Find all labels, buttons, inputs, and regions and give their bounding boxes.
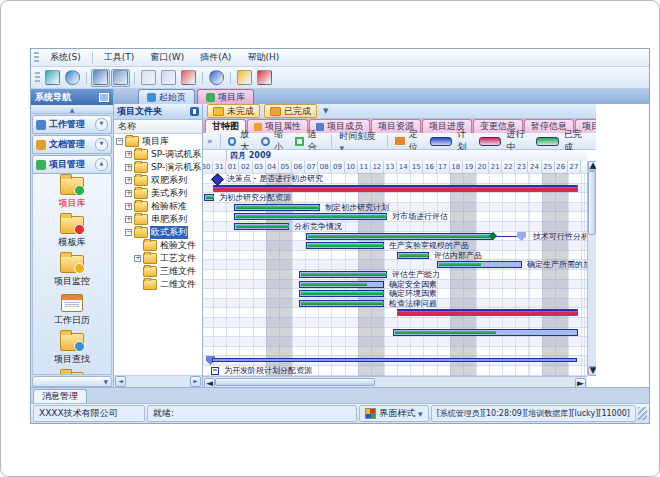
tree-item-项目库[interactable]: −项目库 — [114, 135, 202, 148]
vscroll-thumb[interactable] — [588, 171, 596, 235]
task-bar-11[interactable] — [299, 281, 384, 288]
tree-column-header[interactable]: 名称 — [114, 120, 202, 134]
ui-style-icon — [365, 408, 376, 419]
gantt-vscrollbar[interactable]: ▲ ▼ — [587, 161, 596, 376]
tree-item-检验标准[interactable]: +检验标准 — [114, 200, 202, 213]
sidebar-item-任务查找[interactable]: 任务查找 — [33, 372, 111, 375]
sidebar-group-文档管理[interactable]: 文档管理▼ — [32, 135, 112, 154]
message-management-tab[interactable]: 消息管理 — [33, 389, 87, 403]
sidebar-bottom-group-sliver[interactable]: ▼ — [32, 376, 112, 387]
fit-icon[interactable] — [295, 137, 304, 146]
tree-item-检验文件[interactable]: 检验文件 — [114, 239, 202, 252]
summary-bar-14[interactable] — [397, 309, 578, 316]
menu-item-1[interactable]: 工具(T) — [96, 50, 143, 65]
tree-item-SP-演示机系[interactable]: +SP-演示机系 — [114, 161, 202, 174]
filter-button-已完成[interactable]: 已完成 — [264, 104, 317, 118]
hscroll-thumb[interactable] — [215, 378, 375, 386]
expand-icon[interactable]: + — [134, 255, 141, 262]
sidebar-item-项目查找[interactable]: 项目查找 — [33, 333, 111, 366]
chevron-icon[interactable]: ▼ — [95, 118, 108, 131]
pin-icon[interactable] — [190, 107, 199, 116]
doc-tab-起始页[interactable]: 起始页 — [138, 89, 195, 104]
task-bar-4[interactable] — [234, 213, 387, 220]
mail-button[interactable] — [139, 69, 158, 87]
help-button[interactable] — [207, 69, 226, 87]
power-button[interactable] — [255, 69, 274, 87]
assign-box-icon[interactable] — [211, 367, 219, 375]
tree-item-SP-调试机系[interactable]: +SP-调试机系 — [114, 148, 202, 161]
task-bar-3[interactable] — [234, 204, 320, 211]
sidebar-item-模板库[interactable]: 模板库 — [33, 216, 111, 249]
folder-send-button[interactable] — [111, 69, 130, 87]
tree-item-二维文件[interactable]: 二维文件 — [114, 278, 202, 291]
expand-icon[interactable]: + — [125, 177, 132, 184]
tree-item-双肥系列[interactable]: +双肥系列 — [114, 174, 202, 187]
zoom-in-icon[interactable] — [228, 137, 237, 146]
zoom-out-icon[interactable] — [261, 137, 270, 146]
locate-icon[interactable] — [395, 137, 404, 145]
task-bar-13[interactable] — [299, 300, 384, 307]
sidebar-collapse-strip[interactable]: ▲ — [31, 105, 113, 114]
task-bar-9[interactable] — [437, 261, 522, 268]
sidebar-item-工作日历[interactable]: 工作日历 — [33, 294, 111, 327]
task-bar-8[interactable] — [397, 252, 429, 259]
task-bar-10[interactable] — [299, 271, 387, 278]
tree-hscrollbar[interactable]: ◄ ► — [114, 375, 202, 387]
tree-item-工艺文件[interactable]: +工艺文件 — [114, 252, 202, 265]
menu-item-0[interactable]: 系统(S) — [42, 50, 89, 65]
sidebar-item-项目库[interactable]: 项目库 — [33, 177, 111, 210]
folder-open-button[interactable] — [91, 69, 110, 87]
resize-grip[interactable] — [638, 407, 647, 420]
sidebar-group-项目管理[interactable]: 项目管理▲ — [32, 155, 112, 174]
sidebar-group-工作管理[interactable]: 工作管理▼ — [32, 115, 112, 134]
ui-style-button[interactable]: 界面样式 ▾ — [359, 405, 428, 422]
chevron-icon[interactable]: ▲ — [95, 158, 108, 171]
gantt-hscrollbar[interactable]: ◄ ► — [203, 376, 587, 387]
menu-item-4[interactable]: 帮助(H) — [239, 50, 287, 65]
filter-button-未完成[interactable]: 未完成 — [207, 104, 260, 118]
menu-item-2[interactable]: 窗口(W) — [142, 50, 192, 65]
scroll-left-icon[interactable]: ◄ — [204, 378, 215, 387]
sidebar-item-项目监控[interactable]: 项目监控 — [33, 255, 111, 288]
scroll-right-icon[interactable]: ► — [575, 378, 586, 387]
chevron-down-icon[interactable]: ▼ — [323, 107, 328, 115]
gantt-body[interactable]: 决策点 - 是否进行初步研究为初步研究分配资源制定初步研究计划对市场进行评估分析… — [203, 173, 587, 376]
mail-delete-button[interactable] — [179, 69, 198, 87]
menubar-grip[interactable] — [34, 52, 39, 63]
scroll-up-icon[interactable]: ▲ — [588, 161, 596, 171]
tree-item-串肥系列[interactable]: +串肥系列 — [114, 213, 202, 226]
menu-item-3[interactable]: 插件(A) — [192, 50, 239, 65]
summary-bar-1[interactable] — [213, 185, 578, 192]
lock-button[interactable] — [235, 69, 254, 87]
task-bar-2[interactable] — [204, 194, 214, 201]
tree-item-三维文件[interactable]: 三维文件 — [114, 265, 202, 278]
globe-button[interactable] — [63, 69, 82, 87]
toolbar-overflow-chevron[interactable]: » — [207, 136, 213, 146]
expand-icon[interactable]: + — [125, 190, 132, 197]
task-bar-6[interactable] — [306, 233, 493, 240]
sidebar-window-icon[interactable] — [99, 93, 109, 102]
mail-reply-button[interactable] — [159, 69, 178, 87]
scroll-left-icon[interactable]: ◄ — [115, 376, 126, 387]
monitor-button[interactable] — [43, 69, 62, 87]
task-bar-7[interactable] — [306, 242, 384, 249]
milestone-flag[interactable] — [517, 232, 526, 241]
task-bar-5[interactable] — [234, 223, 289, 230]
thin-bar-16[interactable] — [212, 358, 577, 362]
tree-item-美式系列[interactable]: +美式系列 — [114, 187, 202, 200]
task-bar-15[interactable] — [393, 329, 578, 336]
toolbar-grip[interactable] — [35, 72, 40, 83]
expand-icon[interactable]: + — [125, 164, 132, 171]
collapse-icon[interactable]: − — [125, 229, 132, 236]
collapse-icon[interactable]: − — [116, 138, 123, 145]
tree-item-欧式系列[interactable]: −欧式系列 — [114, 226, 202, 239]
expand-icon[interactable]: + — [125, 216, 132, 223]
scroll-down-icon[interactable]: ▼ — [588, 366, 596, 376]
expand-icon[interactable]: + — [125, 203, 132, 210]
expand-icon[interactable]: + — [125, 151, 132, 158]
milestone-diamond[interactable] — [211, 173, 224, 186]
chevron-icon[interactable]: ▼ — [95, 138, 108, 151]
scroll-right-icon[interactable]: ► — [190, 376, 201, 387]
task-bar-12[interactable] — [299, 290, 384, 297]
doc-tab-项目库[interactable]: 项目库 — [197, 89, 254, 104]
